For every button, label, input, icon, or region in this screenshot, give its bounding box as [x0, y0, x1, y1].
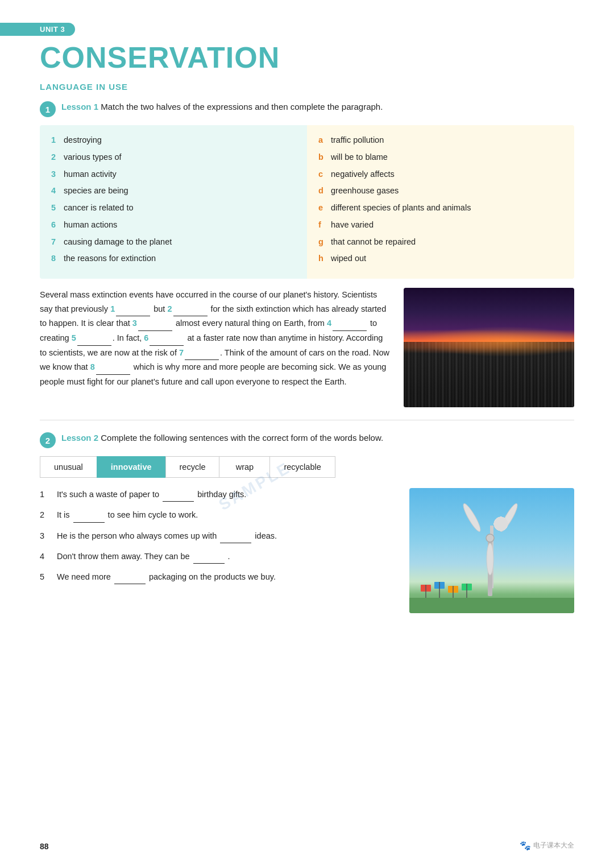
exercise-item: 3He is the person who always comes up wi… — [40, 530, 396, 543]
match-right-item: edifferent species of plants and animals — [318, 202, 563, 214]
match-col-left: 1destroying2various types of3human activ… — [40, 125, 307, 279]
lesson1-instruction: Lesson 1 Match the two halves of the exp… — [61, 101, 383, 114]
match-right-item: dgreenhouse gases — [318, 185, 563, 197]
page-number: 88 — [40, 842, 49, 851]
watermark: 🐾 电子课本大全 — [520, 840, 574, 851]
match-left-item: 1destroying — [51, 134, 296, 147]
main-title: CONSERVATION — [40, 42, 574, 74]
match-right-item: fhave varied — [318, 219, 563, 232]
lesson2-instruction: Lesson 2 Complete the following sentence… — [61, 432, 383, 445]
lesson2-section: 2 Lesson 2 Complete the following senten… — [40, 432, 574, 613]
match-right-item: atraffic pollution — [318, 134, 563, 147]
svg-rect-13 — [409, 598, 574, 613]
match-left-item: 2various types of — [51, 151, 296, 164]
section-heading: LANGUAGE IN USE — [40, 82, 574, 92]
match-left-item: 6human actions — [51, 219, 296, 232]
word-bank-item: recycle — [165, 456, 220, 478]
paragraph-text: Several mass extinction events have occu… — [40, 288, 390, 388]
word-bank-item: innovative — [97, 456, 166, 478]
match-left-item: 4species are being — [51, 185, 296, 197]
lesson1-circle: 1 — [40, 101, 56, 117]
word-bank-item: wrap — [219, 456, 270, 478]
svg-point-3 — [498, 502, 520, 533]
exercise-list: 1It's such a waste of paper to birthday … — [40, 488, 396, 584]
paragraph-section: Several mass extinction events have occu… — [40, 288, 574, 407]
match-right-item: cnegatively affects — [318, 168, 563, 181]
lesson2-circle: 2 — [40, 432, 56, 448]
windmill-image — [409, 488, 574, 613]
lesson1-header: 1 Lesson 1 Match the two halves of the e… — [40, 101, 574, 117]
exercise-item: 2It is to see him cycle to work. — [40, 509, 396, 522]
svg-point-2 — [461, 502, 483, 533]
exercise-item: 1It's such a waste of paper to birthday … — [40, 488, 396, 502]
match-container: 1destroying2various types of3human activ… — [40, 125, 574, 279]
svg-point-1 — [486, 534, 494, 542]
svg-point-4 — [487, 543, 493, 575]
exercise-item: 5We need more packaging on the products … — [40, 571, 396, 584]
match-right-item: bwill be to blame — [318, 151, 563, 164]
match-left-item: 8the reasons for extinction — [51, 253, 296, 265]
match-left-item: 3human activity — [51, 168, 296, 181]
exercise-list-container: 1It's such a waste of paper to birthday … — [40, 488, 396, 593]
match-right-item: hwiped out — [318, 253, 563, 265]
unit-tag: UNIT 3 — [0, 23, 75, 36]
match-col-right: atraffic pollutionbwill be to blamecnega… — [307, 125, 574, 279]
traffic-image — [404, 288, 574, 407]
exercise-item: 4Don't throw them away. They can be . — [40, 550, 396, 564]
match-left-item: 5cancer is related to — [51, 202, 296, 214]
match-left-item: 7causing damage to the planet — [51, 236, 296, 249]
match-right-item: gthat cannot be repaired — [318, 236, 563, 249]
lesson2-header: 2 Lesson 2 Complete the following senten… — [40, 432, 574, 448]
exercise-bottom: 1It's such a waste of paper to birthday … — [40, 488, 574, 613]
word-bank-item: unusual — [40, 456, 97, 478]
word-bank-item: recyclable — [269, 456, 335, 478]
word-bank: unusualinnovativerecyclewraprecyclable — [40, 456, 574, 478]
